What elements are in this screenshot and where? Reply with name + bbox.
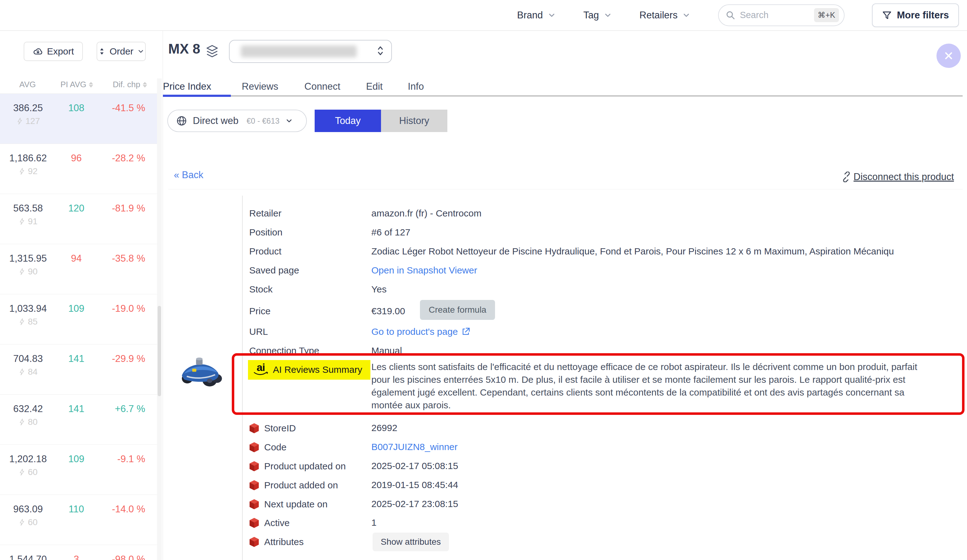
brand-filter-label: Brand	[517, 10, 543, 21]
column-header-pi-avg[interactable]: PI AVG	[61, 80, 93, 89]
more-filters-button[interactable]: More filters	[872, 3, 959, 27]
tab-connect[interactable]: Connect	[289, 77, 347, 100]
select-updown-icon	[376, 44, 385, 58]
detail-label-stock: Stock	[249, 284, 272, 295]
unlink-icon	[841, 171, 852, 182]
detail-value-store-id: 26992	[371, 423, 397, 433]
detail-label-active: Active	[249, 517, 290, 529]
price-row[interactable]: 704.83 84 141 -29.9 %	[0, 344, 157, 394]
page-title: MX 8	[168, 41, 200, 57]
active-tab-underline	[163, 95, 231, 97]
chevron-down-icon	[604, 11, 612, 20]
detail-value-position: #6 of 127	[371, 227, 410, 238]
source-dropdown[interactable]: Direct web €0 - €613	[167, 110, 307, 132]
search-icon	[726, 10, 736, 20]
disconnect-product-link[interactable]: Disconnect this product	[841, 171, 954, 183]
database-cube-icon	[249, 441, 259, 453]
database-cube-icon	[249, 499, 259, 510]
detail-value-retailer: amazon.fr (fr) - Centrocom	[371, 208, 481, 219]
price-row[interactable]: 563.58 91 120 -81.9 %	[0, 194, 157, 244]
brand-filter-dropdown[interactable]: Brand	[517, 10, 556, 21]
lightning-icon	[18, 268, 26, 275]
close-button[interactable]	[936, 44, 961, 68]
sort-icon	[89, 82, 93, 87]
product-code-link[interactable]: B007JUIZN8_winner	[371, 441, 458, 452]
chevron-down-icon	[682, 11, 691, 20]
detail-label-next-update: Next update on	[249, 499, 327, 510]
detail-label-product: Product	[249, 246, 281, 257]
tab-info[interactable]: Info	[387, 77, 424, 100]
lightning-icon	[16, 117, 24, 125]
ai-reviews-summary-text-label: AI Reviews Summary	[273, 364, 362, 375]
price-row[interactable]: 963.09 60 110 -14.0 %	[0, 494, 157, 545]
price-row[interactable]: 1,033.94 85 109 -19.0 %	[0, 294, 157, 344]
detail-label-price: Price	[249, 306, 271, 316]
database-cube-icon	[249, 536, 259, 548]
lightning-icon	[18, 468, 26, 476]
column-header-dif-chp[interactable]: Dif. chp	[113, 80, 147, 89]
tab-reviews[interactable]: Reviews	[231, 77, 289, 100]
price-row[interactable]: 1,315.95 90 94 -35.8 %	[0, 244, 157, 294]
blurred-selected-value	[241, 46, 357, 57]
detail-label-position: Position	[249, 227, 282, 238]
detail-label-store-id: StoreID	[249, 423, 296, 434]
chevron-down-icon	[285, 117, 293, 125]
funnel-icon	[882, 10, 892, 20]
database-cube-icon	[249, 517, 259, 529]
detail-label-code: Code	[249, 441, 287, 453]
database-cube-icon	[249, 423, 259, 434]
scrollbar-thumb[interactable]	[158, 306, 161, 396]
retailers-filter-dropdown[interactable]: Retailers	[640, 10, 691, 21]
today-toggle-button[interactable]: Today	[315, 110, 381, 132]
detail-value-price: €319.00	[371, 306, 405, 316]
export-button[interactable]: Export	[24, 42, 83, 61]
tab-edit[interactable]: Edit	[347, 77, 387, 100]
price-row[interactable]: 386.25 127 108 -41.5 %	[0, 94, 157, 143]
back-link[interactable]: « Back	[174, 170, 203, 181]
product-image	[179, 354, 223, 390]
create-formula-button[interactable]: Create formula	[420, 300, 495, 320]
top-filter-bar: Brand Tag Retailers ⌘+K More filters	[0, 0, 967, 31]
sidebar-column-headers: AVG PI AVG Dif. chp	[0, 79, 157, 92]
detail-value-stock: Yes	[371, 284, 387, 295]
open-snapshot-viewer-link[interactable]: Open in Snapshot Viewer	[371, 265, 477, 275]
price-row[interactable]: 632.42 80 141 +6.7 %	[0, 394, 157, 445]
product-select[interactable]	[229, 40, 392, 63]
detail-label-connection-type: Connection Type	[249, 346, 319, 356]
lightning-icon	[18, 519, 26, 526]
cloud-download-icon	[33, 46, 43, 57]
history-toggle-button[interactable]: History	[381, 110, 447, 132]
order-button[interactable]: Order	[97, 42, 146, 61]
go-to-product-page-link[interactable]: Go to product's page	[371, 326, 458, 337]
retailers-filter-label: Retailers	[640, 10, 678, 21]
search-shortcut-badge: ⌘+K	[814, 8, 839, 22]
sort-arrows-icon	[98, 47, 106, 56]
source-price-range: €0 - €613	[246, 117, 279, 125]
ai-reviews-summary-content: Les clients sont satisfaits de l'efficac…	[371, 360, 932, 412]
search-box[interactable]: ⌘+K	[718, 4, 845, 26]
database-cube-icon	[249, 480, 259, 491]
sidebar-scrollbar[interactable]	[157, 79, 162, 560]
database-cube-icon	[249, 461, 259, 472]
sort-icon	[143, 82, 147, 87]
order-label: Order	[110, 46, 134, 57]
export-label: Export	[47, 46, 74, 57]
details-table-border	[242, 196, 243, 560]
layers-icon	[206, 44, 219, 60]
detail-value-product-updated: 2025-02-17 05:08:15	[371, 461, 458, 471]
detail-value-product: Zodiac Léger Robot Nettoyeur de Piscine …	[371, 246, 895, 257]
globe-icon	[176, 115, 187, 127]
chevron-down-icon	[547, 11, 556, 20]
close-icon	[943, 50, 954, 61]
price-row[interactable]: 1,202.18 60 109 -9.1 %	[0, 445, 157, 494]
detail-value-next-update: 2025-02-17 23:08:15	[371, 499, 458, 509]
price-row[interactable]: 1,186.62 92 96 -28.2 %	[0, 143, 157, 194]
sidebar-divider	[163, 31, 163, 560]
lightning-icon	[18, 418, 26, 426]
show-attributes-button[interactable]: Show attributes	[373, 533, 449, 551]
disconnect-label: Disconnect this product	[853, 171, 954, 183]
search-input[interactable]	[740, 10, 810, 20]
detail-label-saved-page: Saved page	[249, 265, 299, 276]
tag-filter-dropdown[interactable]: Tag	[584, 10, 612, 21]
price-row[interactable]: 1,544.70 3 -98.0 %	[0, 545, 157, 560]
